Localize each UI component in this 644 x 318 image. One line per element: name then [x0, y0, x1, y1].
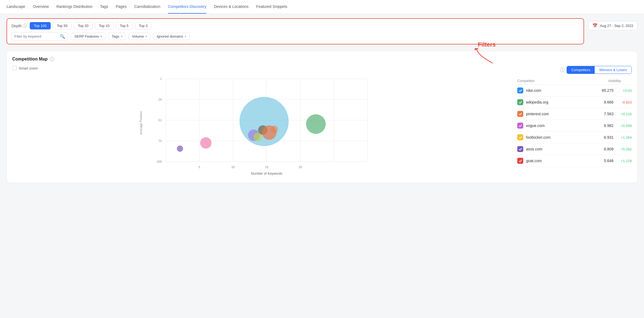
competitor-change: +0.599 [617, 124, 632, 128]
col-visibility-header: Visibility [608, 79, 621, 83]
competitor-row: footlocker.com 6.931 +1.264 [517, 132, 632, 143]
nav-item-tags[interactable]: Tags [100, 0, 108, 14]
svg-text:15: 15 [265, 165, 268, 169]
smart-zoom-checkbox[interactable] [12, 66, 17, 70]
nav-item-cannibalization[interactable]: Cannibalization [134, 0, 160, 14]
nav-item-competitors-discovery[interactable]: Competitors Discovery [168, 0, 206, 14]
competitor-name: wikipedia.org [526, 100, 604, 104]
competitor-name: pinterest.com [526, 112, 604, 116]
serp-features-dropdown[interactable]: SERP Features ▾ [71, 33, 105, 40]
svg-text:Number of Keywords: Number of Keywords [251, 172, 282, 175]
date-range-text: Aug 27 - Sep 2, 2022 [600, 24, 633, 28]
bubble-orange-sm[interactable] [271, 126, 278, 133]
competitor-checkbox[interactable] [517, 87, 523, 93]
competitor-checkbox[interactable] [517, 146, 523, 152]
competitor-checkbox[interactable] [517, 111, 523, 117]
svg-text:26: 26 [158, 98, 162, 101]
competitor-change: +5.282 [617, 147, 632, 151]
competitor-name: vogue.com [526, 123, 604, 128]
bubble-pink[interactable] [200, 137, 211, 149]
nav-item-overview[interactable]: Overview [33, 0, 49, 14]
calendar-icon: 📅 [592, 23, 598, 28]
nav-item-featured-snippets[interactable]: Featured Snippets [256, 0, 287, 14]
competitor-name: nike.com [526, 88, 602, 93]
depth-btn-top-50[interactable]: Top 50 [53, 22, 72, 29]
serp-features-label: SERP Features [74, 34, 99, 38]
svg-text:5: 5 [198, 165, 200, 169]
competition-map-card: Competition Map i Smart zoom [7, 51, 637, 183]
competitor-row: goat.com 5.648 +1.128 [517, 155, 632, 167]
ignored-domains-chevron: ▾ [185, 35, 186, 38]
keyword-input[interactable] [14, 34, 58, 38]
chart-right: i CompetitorsWinners & Losers Competitor… [517, 66, 632, 177]
volume-chevron: ▾ [146, 35, 147, 38]
volume-dropdown[interactable]: Volume ▾ [129, 33, 150, 40]
smart-zoom-label: Smart zoom [19, 66, 38, 70]
competitor-change: +1.264 [617, 135, 632, 140]
competitor-score: 65.275 [602, 88, 613, 93]
competitor-checkbox[interactable] [517, 134, 523, 140]
filter-row: 🔍 SERP Features ▾ Tags ▾ Volume ▾ [11, 32, 579, 41]
view-tab-group: CompetitorsWinners & Losers [567, 66, 632, 74]
competitor-score: 6.931 [604, 135, 613, 140]
bubble-asos[interactable] [177, 146, 183, 152]
depth-buttons: Top 100Top 50Top 20Top 10Top 5Top 3 [30, 22, 152, 29]
depth-text: Depth [11, 24, 22, 28]
date-range-button[interactable]: 📅 Aug 27 - Sep 2, 2022 [588, 21, 637, 30]
depth-row: Depth i Top 100Top 50Top 20Top 10Top 5To… [11, 22, 579, 29]
competitor-change: +1.128 [617, 159, 632, 163]
depth-label: Depth i [11, 24, 27, 28]
tab-competitors[interactable]: Competitors [567, 66, 595, 74]
nav-item-rankings-distribution[interactable]: Rankings Distribution [56, 0, 92, 14]
competitors-info-icon[interactable]: i [560, 68, 564, 72]
competitor-score: 6.809 [604, 147, 613, 151]
competitor-change: +0.126 [617, 112, 632, 116]
keyword-filter-wrap: 🔍 [11, 32, 68, 41]
depth-btn-top-5[interactable]: Top 5 [116, 22, 133, 29]
svg-text:75: 75 [158, 139, 162, 143]
serp-features-chevron: ▾ [101, 35, 102, 38]
tags-chevron: ▾ [121, 35, 122, 38]
card-title: Competition Map [12, 57, 48, 62]
competitor-checkbox[interactable] [517, 123, 523, 129]
competitor-score: 5.648 [604, 159, 613, 163]
competitor-score: 9.666 [604, 100, 613, 104]
depth-btn-top-10[interactable]: Top 10 [95, 22, 114, 29]
competitor-change: -0.923 [617, 100, 632, 104]
bubble-nike[interactable] [240, 97, 289, 146]
bubble-wikipedia[interactable] [306, 114, 326, 134]
depth-info-icon[interactable]: i [23, 24, 27, 28]
competitors-rows: nike.com 65.275 +0.03 wikipedia.org 9.66… [517, 85, 632, 167]
ignored-domains-label: Ignored domains [157, 34, 183, 38]
competitor-name: goat.com [526, 159, 604, 163]
svg-text:1: 1 [160, 77, 162, 80]
chart-left: Smart zoom [12, 66, 511, 177]
tags-dropdown[interactable]: Tags ▾ [108, 33, 126, 40]
nav-item-landscape[interactable]: Landscape [7, 0, 25, 14]
nav-item-devices-and-locations[interactable]: Devices & Locations [214, 0, 249, 14]
competitor-row: asos.com 6.809 +5.282 [517, 143, 632, 155]
tab-winners-and-losers[interactable]: Winners & Losers [595, 66, 631, 74]
competitor-name: asos.com [526, 147, 604, 151]
depth-btn-top-20[interactable]: Top 20 [74, 22, 93, 29]
svg-text:Average Position: Average Position [139, 111, 143, 135]
depth-btn-top-3[interactable]: Top 3 [135, 22, 152, 29]
competitors-table-header: Competitor Visibility [517, 77, 632, 85]
card-info-icon[interactable]: i [50, 57, 54, 61]
volume-label: Volume [132, 34, 144, 38]
competitor-name: footlocker.com [526, 135, 604, 140]
competitor-change: +0.03 [617, 89, 632, 93]
scatter-chart: 1 26 51 75 100 5 10 15 20 Average Positi… [12, 74, 511, 177]
competitor-checkbox[interactable] [517, 99, 523, 105]
filter-section: Depth i Top 100Top 50Top 20Top 10Top 5To… [7, 18, 584, 49]
keyword-search-button[interactable]: 🔍 [60, 34, 65, 39]
chart-area: Smart zoom [12, 66, 632, 177]
nav-item-pages[interactable]: Pages [116, 0, 127, 14]
bubble-yellow-green[interactable] [253, 133, 262, 141]
svg-text:100: 100 [157, 160, 162, 163]
svg-text:20: 20 [299, 165, 302, 169]
header-row: Depth i Top 100Top 50Top 20Top 10Top 5To… [7, 18, 637, 49]
depth-btn-top-100[interactable]: Top 100 [30, 22, 50, 29]
ignored-domains-dropdown[interactable]: Ignored domains ▾ [153, 33, 190, 40]
competitor-checkbox[interactable] [517, 158, 523, 164]
